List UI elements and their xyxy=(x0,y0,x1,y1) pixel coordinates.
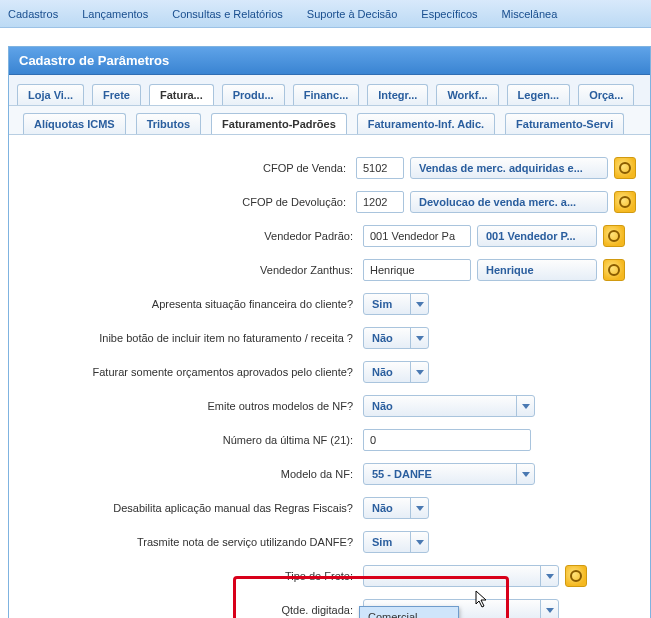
subtab-aliquotas-icms[interactable]: Alíquotas ICMS xyxy=(23,113,126,135)
label-inibe-incluir: Inibe botão de incluir item no faturamen… xyxy=(23,332,363,344)
tab-integracao[interactable]: Integr... xyxy=(367,84,428,106)
button-cfop-venda-desc[interactable]: Vendas de merc. adquiridas e... xyxy=(410,157,608,179)
label-cfop-venda: CFOP de Venda: xyxy=(23,162,356,174)
chevron-down-icon xyxy=(540,566,558,586)
panel-cadastro-parametros: Cadastro de Parâmetros Loja Vi... Frete … xyxy=(8,46,651,618)
search-icon[interactable] xyxy=(614,157,636,179)
main-menubar: Cadastros Lançamentos Consultas e Relató… xyxy=(0,0,651,28)
label-qtde-digitada: Qtde. digitada: xyxy=(23,604,363,616)
chevron-down-icon xyxy=(540,600,558,618)
menu-miscelanea[interactable]: Miscelânea xyxy=(502,8,558,20)
input-num-ultima-nf[interactable] xyxy=(363,429,531,451)
sub-tabstrip: Alíquotas ICMS Tributos Faturamento-Padr… xyxy=(9,106,650,135)
subtab-faturamento-padroes[interactable]: Faturamento-Padrões xyxy=(211,113,347,135)
menu-lancamentos[interactable]: Lançamentos xyxy=(82,8,148,20)
dropdown-qtde-digitada[interactable]: Comercial Estoque xyxy=(359,606,459,618)
select-emite-outros[interactable]: Não xyxy=(363,395,535,417)
tab-frete[interactable]: Frete xyxy=(92,84,141,106)
tab-financeiro[interactable]: Financ... xyxy=(293,84,360,106)
button-vendedor-zanthus-desc[interactable]: Henrique xyxy=(477,259,597,281)
menu-especificos[interactable]: Específicos xyxy=(421,8,477,20)
select-transmite-danfe[interactable]: Sim xyxy=(363,531,429,553)
dropdown-option-comercial[interactable]: Comercial xyxy=(360,607,458,618)
tab-loja[interactable]: Loja Vi... xyxy=(17,84,84,106)
button-vendedor-padrao-desc[interactable]: 001 Vendedor P... xyxy=(477,225,597,247)
search-icon[interactable] xyxy=(614,191,636,213)
label-apresenta-financeira: Apresenta situação financeira do cliente… xyxy=(23,298,363,310)
select-inibe-incluir[interactable]: Não xyxy=(363,327,429,349)
subtab-faturamento-inf-adic[interactable]: Faturamento-Inf. Adic. xyxy=(357,113,495,135)
select-desab-regras[interactable]: Não xyxy=(363,497,429,519)
chevron-down-icon xyxy=(410,362,428,382)
label-tipo-frete: Tipo de Frete: xyxy=(23,570,363,582)
menu-consultas[interactable]: Consultas e Relatórios xyxy=(172,8,283,20)
label-vendedor-zanthus: Vendedor Zanthus: xyxy=(23,264,363,276)
input-cfop-devolucao[interactable] xyxy=(356,191,404,213)
select-faturar-orc[interactable]: Não xyxy=(363,361,429,383)
panel-title: Cadastro de Parâmetros xyxy=(9,47,650,75)
chevron-down-icon xyxy=(516,464,534,484)
chevron-down-icon xyxy=(410,294,428,314)
tab-legendas[interactable]: Legen... xyxy=(507,84,571,106)
label-faturar-orc: Faturar somente orçamentos aprovados pel… xyxy=(23,366,363,378)
menu-suporte-decisao[interactable]: Suporte à Decisão xyxy=(307,8,398,20)
input-cfop-venda[interactable] xyxy=(356,157,404,179)
label-num-ultima-nf: Número da última NF (21): xyxy=(23,434,363,446)
chevron-down-icon xyxy=(410,498,428,518)
button-cfop-devolucao-desc[interactable]: Devolucao de venda merc. a... xyxy=(410,191,608,213)
label-transmite-danfe: Trasmite nota de serviço utilizando DANF… xyxy=(23,536,363,548)
search-icon[interactable] xyxy=(603,225,625,247)
search-icon[interactable] xyxy=(565,565,587,587)
select-modelo-nf[interactable]: 55 - DANFE xyxy=(363,463,535,485)
label-emite-outros: Emite outros modelos de NF? xyxy=(23,400,363,412)
main-tabstrip: Loja Vi... Frete Fatura... Produ... Fina… xyxy=(9,75,650,106)
tab-orcamentos[interactable]: Orça... xyxy=(578,84,634,106)
input-vendedor-zanthus[interactable] xyxy=(363,259,471,281)
form-area: CFOP de Venda: Vendas de merc. adquirida… xyxy=(9,135,650,618)
label-modelo-nf: Modelo da NF: xyxy=(23,468,363,480)
chevron-down-icon xyxy=(410,328,428,348)
chevron-down-icon xyxy=(516,396,534,416)
tab-workflow[interactable]: Workf... xyxy=(436,84,498,106)
label-cfop-devolucao: CFOP de Devolução: xyxy=(23,196,356,208)
tab-faturamento[interactable]: Fatura... xyxy=(149,84,214,106)
subtab-tributos[interactable]: Tributos xyxy=(136,113,201,135)
tab-produtos[interactable]: Produ... xyxy=(222,84,285,106)
label-desab-regras: Desabilita aplicação manual das Regras F… xyxy=(23,502,363,514)
chevron-down-icon xyxy=(410,532,428,552)
search-icon[interactable] xyxy=(603,259,625,281)
input-vendedor-padrao[interactable] xyxy=(363,225,471,247)
label-vendedor-padrao: Vendedor Padrão: xyxy=(23,230,363,242)
select-apresenta-financeira[interactable]: Sim xyxy=(363,293,429,315)
select-tipo-frete[interactable] xyxy=(363,565,559,587)
menu-cadastros[interactable]: Cadastros xyxy=(8,8,58,20)
subtab-faturamento-servicos[interactable]: Faturamento-Servi xyxy=(505,113,624,135)
